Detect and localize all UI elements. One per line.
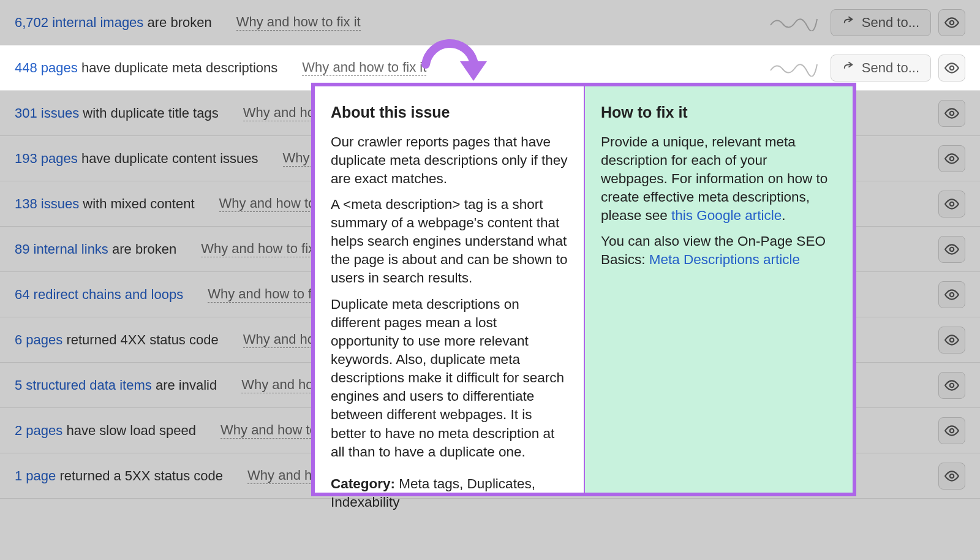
fix-heading: How to fix it	[601, 102, 837, 123]
visibility-toggle-button[interactable]	[938, 55, 965, 81]
visibility-toggle-button[interactable]	[938, 100, 965, 127]
issue-description: 5 structured data items are invalid	[15, 377, 217, 393]
sparkline-icon	[769, 14, 818, 31]
send-to-button[interactable]: Send to...	[831, 9, 931, 36]
issue-count-link[interactable]: 89 internal links	[15, 241, 108, 257]
issue-description: 89 internal links are broken	[15, 241, 176, 257]
eye-icon	[944, 423, 960, 439]
visibility-toggle-button[interactable]	[938, 372, 965, 399]
issue-count-link[interactable]: 64 redirect chains and loops	[15, 287, 183, 302]
send-to-label: Send to...	[862, 60, 919, 76]
category-label: Category:	[331, 476, 395, 491]
issue-count-link[interactable]: 138 issues	[15, 196, 79, 211]
issue-suffix: are broken	[147, 15, 211, 30]
visibility-toggle-button[interactable]	[938, 145, 965, 172]
issue-description: 64 redirect chains and loops	[15, 287, 183, 303]
eye-icon	[944, 241, 960, 257]
issue-count-link[interactable]: 6 pages	[15, 332, 62, 347]
issue-row[interactable]: 6,702 internal images are brokenWhy and …	[0, 0, 980, 45]
share-arrow-icon	[842, 61, 856, 75]
why-and-how-link[interactable]: Why and how to fix it	[236, 14, 361, 31]
issue-description: 1 page returned a 5XX status code	[15, 468, 223, 484]
visibility-toggle-button[interactable]	[938, 9, 965, 36]
issue-description: 2 pages have slow load speed	[15, 423, 196, 439]
svg-point-10	[950, 474, 954, 478]
svg-point-9	[950, 428, 954, 433]
issue-suffix: with duplicate title tags	[83, 105, 218, 121]
issue-suffix: returned a 5XX status code	[59, 468, 223, 483]
eye-icon	[944, 377, 960, 393]
svg-point-3	[950, 156, 954, 161]
issue-description: 138 issues with mixed content	[15, 196, 195, 212]
share-arrow-icon	[842, 16, 856, 29]
fix-paragraph: You can also view the On-Page SEO Basics…	[601, 232, 837, 269]
fix-text: .	[782, 208, 785, 223]
svg-point-5	[950, 247, 954, 251]
svg-point-6	[950, 292, 954, 297]
issue-count-link[interactable]: 1 page	[15, 468, 56, 483]
issue-description: 6 pages returned 4XX status code	[15, 332, 219, 348]
issue-suffix: are invalid	[156, 377, 217, 393]
issue-count-link[interactable]: 2 pages	[15, 423, 62, 438]
eye-icon	[944, 287, 960, 303]
issue-suffix: have slow load speed	[66, 423, 196, 438]
svg-point-8	[950, 383, 954, 387]
svg-point-2	[950, 111, 954, 115]
eye-icon	[944, 151, 960, 167]
issue-count-link[interactable]: 448 pages	[15, 60, 78, 75]
issue-suffix: are broken	[112, 241, 176, 257]
send-to-button[interactable]: Send to...	[831, 55, 931, 81]
issue-count-link[interactable]: 193 pages	[15, 151, 78, 166]
visibility-toggle-button[interactable]	[938, 463, 965, 490]
about-paragraph: Duplicate meta descriptions on different…	[331, 295, 568, 461]
eye-icon	[944, 332, 960, 348]
why-and-how-link[interactable]: Why and how to fix it	[302, 59, 426, 76]
category-line: Category: Meta tags, Duplicates, Indexab…	[331, 475, 568, 512]
meta-descriptions-article-link[interactable]: Meta Descriptions article	[649, 252, 800, 267]
issue-description: 448 pages have duplicate meta descriptio…	[15, 60, 277, 76]
about-heading: About this issue	[331, 102, 568, 123]
popover-about-column: About this issue Our crawler reports pag…	[315, 86, 584, 493]
issue-suffix: returned 4XX status code	[66, 332, 218, 347]
issue-suffix: with mixed content	[83, 196, 194, 211]
sparkline-icon	[769, 59, 818, 77]
fix-paragraph: Provide a unique, relevant meta descript…	[601, 133, 837, 225]
svg-point-1	[950, 66, 954, 70]
issue-description: 193 pages have duplicate content issues	[15, 151, 258, 167]
why-and-how-link[interactable]: Why and how to fix it	[201, 241, 325, 257]
svg-point-7	[950, 338, 954, 342]
issue-count-link[interactable]: 6,702 internal images	[15, 15, 143, 30]
visibility-toggle-button[interactable]	[938, 191, 965, 218]
eye-icon	[944, 105, 960, 121]
svg-point-4	[950, 202, 954, 206]
svg-point-0	[950, 20, 954, 25]
visibility-toggle-button[interactable]	[938, 236, 965, 263]
about-paragraph: Our crawler reports pages that have dupl…	[331, 133, 568, 188]
issue-explain-popover: About this issue Our crawler reports pag…	[311, 83, 856, 496]
issue-suffix: have duplicate content issues	[81, 151, 258, 166]
eye-icon	[944, 60, 960, 76]
about-paragraph: A <meta description> tag is a short summ…	[331, 195, 568, 288]
send-to-label: Send to...	[862, 15, 919, 31]
issue-count-link[interactable]: 5 structured data items	[15, 377, 152, 393]
issue-suffix: have duplicate meta descriptions	[81, 60, 277, 75]
visibility-toggle-button[interactable]	[938, 417, 965, 444]
issue-count-link[interactable]: 301 issues	[15, 105, 79, 121]
eye-icon	[944, 196, 960, 212]
issue-description: 301 issues with duplicate title tags	[15, 105, 219, 121]
visibility-toggle-button[interactable]	[938, 281, 965, 308]
popover-fix-column: How to fix it Provide a unique, relevant…	[584, 86, 853, 493]
google-article-link[interactable]: this Google article	[671, 208, 782, 223]
eye-icon	[944, 468, 960, 484]
issue-description: 6,702 internal images are broken	[15, 15, 212, 31]
eye-icon	[944, 15, 960, 31]
visibility-toggle-button[interactable]	[938, 327, 965, 354]
